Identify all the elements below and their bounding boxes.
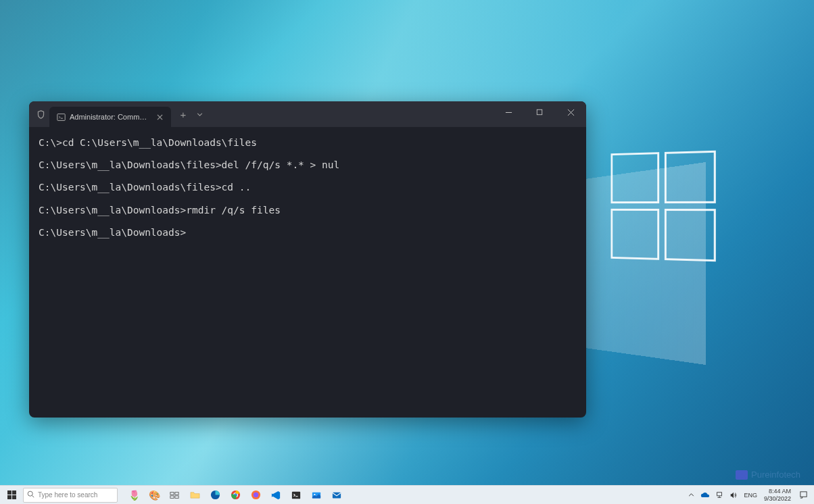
taskbar-app-terminal[interactable]	[287, 486, 306, 505]
taskbar-app-taskview[interactable]	[165, 486, 184, 505]
cmd-icon	[56, 112, 66, 122]
svg-rect-17	[800, 492, 806, 497]
tray-network-icon[interactable]	[713, 488, 726, 503]
tray-overflow-button[interactable]	[684, 488, 698, 503]
terminal-line: C:\Users\m__la\Downloads\files>del /f/q/…	[39, 157, 577, 173]
terminal-line: C:\>cd C:\Users\m__la\Downloads\files	[39, 135, 577, 151]
taskbar-app-firefox[interactable]	[246, 486, 265, 505]
taskbar-app-mail[interactable]	[327, 486, 346, 505]
desktop-background: Administrator: Command Pror +	[0, 0, 814, 485]
taskbar-app-news[interactable]: 🌷	[124, 486, 143, 505]
taskbar-clock[interactable]: 8:44 AM 9/30/2022	[761, 488, 794, 503]
taskbar-app-photos[interactable]	[307, 486, 326, 505]
taskbar-apps: 🌷 🎨	[124, 486, 346, 505]
clock-time: 8:44 AM	[764, 488, 791, 495]
tray-volume-icon[interactable]	[727, 488, 740, 503]
notification-center-button[interactable]	[795, 488, 811, 503]
terminal-window[interactable]: Administrator: Command Pror +	[29, 101, 586, 418]
tab-title: Administrator: Command Pror	[70, 113, 151, 121]
terminal-tab[interactable]: Administrator: Command Pror	[49, 107, 171, 127]
search-placeholder: Type here to search	[38, 491, 97, 499]
taskbar-app-chrome[interactable]	[226, 486, 245, 505]
svg-point-14	[314, 493, 315, 495]
svg-rect-12	[292, 491, 300, 499]
svg-rect-1	[537, 109, 542, 115]
minimize-button[interactable]	[493, 101, 524, 123]
system-tray: ENG 8:44 AM 9/30/2022	[684, 488, 814, 503]
window-controls	[493, 101, 586, 123]
admin-shield-icon	[36, 109, 45, 119]
language-indicator[interactable]: ENG	[741, 492, 760, 499]
close-window-button[interactable]	[555, 101, 586, 123]
svg-rect-5	[170, 495, 174, 498]
windows-logo-decoration	[610, 151, 715, 262]
terminal-line: C:\Users\m__la\Downloads\files>cd ..	[39, 180, 577, 195]
svg-rect-3	[170, 492, 174, 495]
svg-point-2	[28, 491, 32, 496]
svg-rect-16	[717, 492, 722, 495]
terminal-line: C:\Users\m__la\Downloads>	[39, 225, 577, 241]
tab-dropdown-button[interactable]	[193, 105, 206, 124]
search-icon	[27, 490, 34, 499]
svg-rect-4	[175, 492, 178, 495]
taskbar-app-vscode[interactable]	[266, 486, 285, 505]
svg-point-11	[253, 493, 258, 498]
terminal-line: C:\Users\m__la\Downloads>rmdir /q/s file…	[39, 203, 577, 218]
terminal-content-area[interactable]: C:\>cd C:\Users\m__la\Downloads\files C:…	[29, 127, 586, 418]
start-button[interactable]	[0, 486, 23, 505]
clock-date: 9/30/2022	[764, 495, 791, 503]
tray-onedrive-icon[interactable]	[698, 488, 712, 503]
svg-rect-15	[333, 492, 341, 498]
svg-rect-0	[57, 114, 64, 120]
taskbar-search[interactable]: Type here to search	[23, 488, 118, 503]
window-titlebar[interactable]: Administrator: Command Pror +	[29, 101, 586, 127]
taskbar-app-widgets[interactable]: 🎨	[145, 486, 164, 505]
windows-start-icon	[7, 490, 16, 499]
watermark-icon	[736, 470, 748, 480]
watermark: Pureinfotech	[736, 470, 800, 480]
maximize-button[interactable]	[524, 101, 555, 123]
watermark-text: Pureinfotech	[751, 470, 800, 480]
taskbar: Type here to search 🌷 🎨	[0, 485, 814, 504]
taskbar-app-edge[interactable]	[206, 486, 224, 505]
svg-rect-6	[175, 495, 178, 498]
taskbar-app-explorer[interactable]	[185, 486, 204, 505]
tab-close-button[interactable]	[155, 112, 164, 122]
new-tab-button[interactable]: +	[174, 105, 193, 124]
